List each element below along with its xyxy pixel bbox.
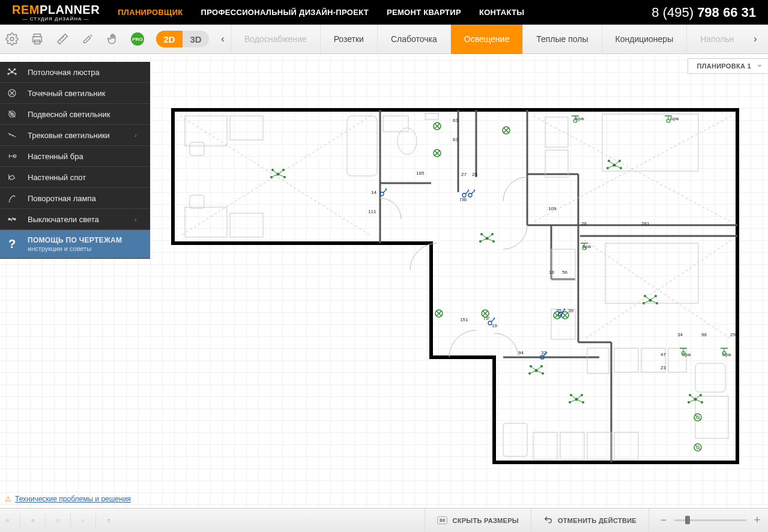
- svg-rect-52: [185, 116, 227, 146]
- tools-icon[interactable]: [80, 32, 95, 46]
- svg-point-13: [8, 219, 10, 220]
- svg-rect-66: [545, 150, 568, 177]
- tab-outlets[interactable]: Розетки: [320, 25, 377, 54]
- sidebar-item-spotlight[interactable]: Точечный светильник: [0, 83, 150, 104]
- pendant-icon: [0, 109, 24, 119]
- trash-icon[interactable]: [107, 513, 121, 528]
- zoom-out-button[interactable]: −: [659, 516, 668, 525]
- tab-heated-floors[interactable]: Теплые полы: [522, 25, 601, 54]
- technical-issues-link[interactable]: ⚠ Технические проблемы и решения: [5, 495, 131, 503]
- sidebar-item-pendant[interactable]: Подвесной светильник: [0, 104, 150, 125]
- sidebar-item-ceiling-chandelier[interactable]: Потолочная люстра: [0, 62, 150, 83]
- layout-selector-dropdown[interactable]: ПЛАНИРОВКА 1: [688, 58, 768, 74]
- svg-text:109: 109: [548, 206, 557, 211]
- svg-rect-74: [695, 363, 725, 392]
- logo-part2: PLANNER: [40, 3, 100, 16]
- svg-text:29: 29: [730, 332, 736, 337]
- print-icon[interactable]: [30, 32, 44, 46]
- nav-renovation[interactable]: РЕМОНТ КВАРТИР: [387, 8, 461, 17]
- svg-point-7: [8, 73, 9, 74]
- svg-text:111: 111: [368, 209, 376, 214]
- undo-button[interactable]: ОТМЕНИТЬ ДЕЙСТВИЕ: [531, 509, 636, 533]
- sidebar-item-track-lights[interactable]: Трековые светильники ›: [0, 125, 150, 146]
- sidebar-label: Точечный светильник: [24, 89, 135, 98]
- swivel-lamp-icon: [0, 193, 24, 204]
- svg-rect-60: [347, 116, 377, 176]
- svg-point-6: [14, 68, 15, 70]
- tab-lowvoltage[interactable]: Слаботочка: [377, 25, 450, 54]
- svg-rect-61: [383, 116, 408, 131]
- toolbar: PRO 2D 3D ‹ Водоснабжение Розетки Слабот…: [0, 25, 768, 54]
- undo-label: ОТМЕНИТЬ ДЕЙСТВИЕ: [558, 517, 636, 524]
- svg-text:32: 32: [541, 350, 546, 355]
- sidebar-item-wall-sconce[interactable]: Настенный бра: [0, 146, 150, 167]
- svg-text:56: 56: [562, 270, 567, 275]
- svg-text:34: 34: [677, 332, 683, 337]
- chevron-right-icon: ›: [135, 131, 150, 139]
- logo[interactable]: REMPLANNER — СТУДИЯ ДИЗАЙНА —: [12, 4, 100, 22]
- hand-icon[interactable]: [106, 32, 120, 46]
- svg-point-0: [10, 37, 14, 41]
- svg-text:39: 39: [568, 308, 573, 313]
- sidebar-label: Настенный спот: [24, 173, 135, 182]
- track-light-icon: [0, 130, 24, 141]
- tab-lighting[interactable]: Освещение: [450, 25, 522, 54]
- svg-rect-56: [190, 142, 204, 156]
- view-mode-toggle: 2D 3D: [156, 31, 209, 47]
- switch-icon: [0, 214, 24, 225]
- undo-icon: [543, 515, 553, 526]
- help-icon[interactable]: [31, 513, 46, 528]
- svg-rect-1: [34, 34, 41, 37]
- sidebar-item-help[interactable]: ? ПОМОЩЬ ПО ЧЕРТЕЖАМинструкции и советы: [0, 230, 150, 259]
- sidebar-label: Выключатели света: [24, 215, 135, 224]
- tab-water-supply[interactable]: Водоснабжение: [231, 25, 320, 54]
- logo-subtitle: — СТУДИЯ ДИЗАЙНА —: [23, 16, 89, 22]
- svg-rect-53: [230, 116, 263, 140]
- lighting-tools-sidebar: Потолочная люстра Точечный светильник По…: [0, 62, 150, 259]
- svg-rect-54: [185, 207, 227, 237]
- svg-rect-69: [605, 243, 698, 303]
- svg-text:281: 281: [641, 221, 650, 226]
- phone-number: 8 (495) 798 66 31: [652, 5, 756, 20]
- view-2d-button[interactable]: 2D: [156, 31, 183, 47]
- svg-text:63: 63: [453, 118, 458, 123]
- zoom-thumb[interactable]: [685, 516, 690, 524]
- chat-icon[interactable]: [56, 513, 71, 528]
- tab-flooring[interactable]: Напольн: [686, 25, 747, 54]
- question-icon: ?: [0, 237, 24, 251]
- nav-contacts[interactable]: КОНТАКТЫ: [479, 8, 524, 17]
- main-nav: ПЛАНИРОВЩИК ПРОФЕССИОНАЛЬНЫЙ ДИЗАЙН-ПРОЕ…: [118, 8, 524, 17]
- ruler-icon[interactable]: [55, 32, 70, 46]
- issues-label: Технические проблемы и решения: [15, 495, 131, 503]
- view-3d-button[interactable]: 3D: [183, 31, 209, 47]
- svg-rect-81: [587, 348, 609, 373]
- svg-rect-79: [587, 432, 611, 459]
- zoom-in-button[interactable]: +: [752, 516, 762, 525]
- pro-badge-icon[interactable]: PRO: [131, 32, 144, 46]
- svg-text:23: 23: [661, 365, 666, 370]
- tabs-scroll-right-icon[interactable]: ›: [748, 25, 763, 54]
- monitor-icon[interactable]: [6, 513, 20, 528]
- svg-point-5: [8, 68, 10, 70]
- svg-rect-75: [695, 396, 728, 438]
- svg-text:151: 151: [460, 317, 468, 322]
- tabs-scroll-left-icon[interactable]: ‹: [215, 25, 231, 54]
- settings-gear-icon[interactable]: [5, 32, 19, 46]
- tab-air-conditioners[interactable]: Кондиционеры: [602, 25, 687, 54]
- settings-icon[interactable]: [82, 513, 96, 528]
- app-header: REMPLANNER — СТУДИЯ ДИЗАЙНА — ПЛАНИРОВЩИ…: [0, 0, 768, 25]
- svg-point-14: [14, 219, 16, 220]
- floorplan-canvas[interactable]: 125 233 75 63 63 185 27 28 14 111 109 28…: [167, 105, 743, 465]
- nav-design-project[interactable]: ПРОФЕССИОНАЛЬНЫЙ ДИЗАЙН-ПРОЕКТ: [201, 8, 369, 17]
- sidebar-item-swivel-lamp[interactable]: Поворотная лампа: [0, 188, 150, 209]
- zoom-slider[interactable]: [674, 519, 746, 521]
- svg-rect-64: [602, 114, 698, 171]
- svg-text:63: 63: [453, 137, 458, 142]
- sidebar-item-wall-spot[interactable]: Настенный спот: [0, 167, 150, 188]
- svg-text:94: 94: [518, 350, 524, 355]
- sidebar-item-light-switches[interactable]: Выключатели света ›: [0, 209, 150, 230]
- svg-rect-76: [503, 423, 527, 456]
- nav-planner[interactable]: ПЛАНИРОВЩИК: [118, 8, 183, 17]
- sidebar-help-title: ПОМОЩЬ ПО ЧЕРТЕЖАМинструкции и советы: [24, 236, 150, 253]
- hide-dimensions-button[interactable]: 80 СКРЫТЬ РАЗМЕРЫ: [425, 509, 519, 533]
